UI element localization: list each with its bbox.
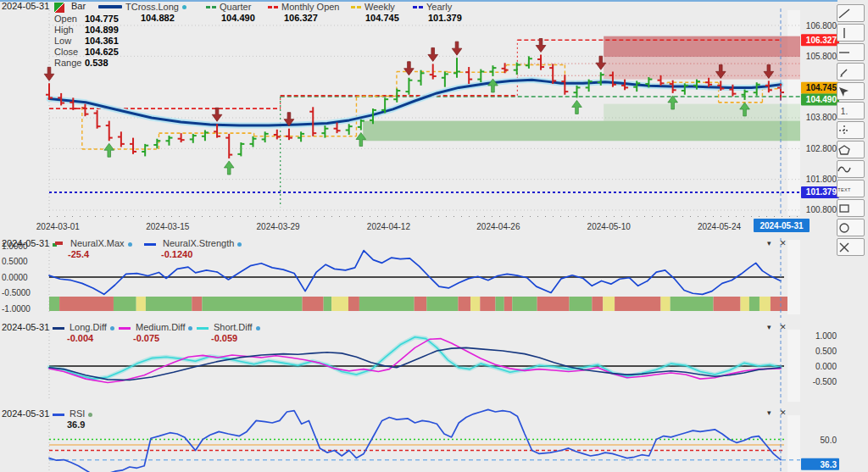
- legend-item-monthly-open[interactable]: Monthly Open106.327: [268, 1, 339, 23]
- neuralx-max-legend[interactable]: NeuralX.Max: [67, 238, 132, 248]
- medium-diff-label: Medium.Diff: [136, 322, 185, 332]
- neuralx-strength-legend[interactable]: NeuralX.Strength: [159, 238, 242, 248]
- trend-strip-segment: [146, 297, 192, 311]
- panel4-close-button[interactable]: ✕: [780, 408, 787, 417]
- medium-diff-icon: [119, 327, 131, 330]
- trading-chart-window: 106.800105.800103.800102.800101.800100.8…: [0, 0, 868, 472]
- y-axis-label: 105.800: [806, 52, 837, 61]
- trend-strip-segment: [426, 297, 458, 311]
- trend-strip-segment: [670, 297, 714, 311]
- y-axis-label: 0.0000: [2, 273, 28, 282]
- neuralx-max-icon: [53, 241, 63, 247]
- neuralx-panel-chart[interactable]: 1.00000.50000.0000-0.5000-1.0000: [0, 236, 868, 319]
- legend-item-label: Weekly: [364, 2, 395, 12]
- long-diff-legend[interactable]: Long.Diff: [66, 322, 114, 332]
- rectangle-icon: [837, 202, 852, 215]
- pencil-icon: [837, 65, 852, 79]
- medium-diff-value: -0.075: [133, 333, 159, 343]
- pencil-tip: [840, 75, 843, 77]
- glyph-stroke: [839, 9, 849, 18]
- vertical-line-tool-button[interactable]: [837, 24, 865, 42]
- legend-item-value: 104.745: [365, 13, 399, 23]
- sell-signal-arrow: [536, 39, 546, 53]
- legend-item-tcross-long[interactable]: TCross.Long104.882: [98, 1, 186, 23]
- bar-series-icon: [54, 3, 64, 13]
- y-axis-label: 102.800: [806, 144, 837, 153]
- rectangle-tool-button[interactable]: [837, 199, 865, 217]
- ruler-tool-button[interactable]: [837, 121, 865, 139]
- scroll-indicator[interactable]: [787, 330, 800, 402]
- buy-signal-arrow: [224, 161, 234, 175]
- polygon-icon: [837, 143, 852, 157]
- polygon-shape: [839, 146, 849, 154]
- legend-item-value: 104.490: [221, 13, 255, 23]
- panel2-close-button[interactable]: ✕: [780, 239, 787, 247]
- indicator-dot-icon[interactable]: [182, 5, 186, 9]
- rsi-legend[interactable]: RSI: [66, 408, 92, 419]
- short-diff-legend[interactable]: Short.Diff: [210, 322, 260, 332]
- rsi-panel-chart[interactable]: 50.036.3: [0, 407, 868, 472]
- ohlc-low-value: 104.361: [85, 36, 119, 46]
- bar-series-label[interactable]: Bar: [71, 1, 86, 11]
- panel3-collapse-button[interactable]: ▾: [767, 323, 771, 331]
- wave-tool-button[interactable]: [837, 160, 865, 178]
- trend-line-tool-button[interactable]: [837, 4, 865, 22]
- indicator-dot-icon[interactable]: [88, 413, 92, 417]
- ellipse-tool-button[interactable]: [837, 219, 865, 236]
- neuralx-max-value: -25.4: [68, 249, 89, 259]
- erase-tool-button[interactable]: [837, 238, 865, 256]
- scroll-indicator[interactable]: [787, 415, 800, 472]
- rsi-value: 36.9: [67, 419, 85, 430]
- pencil-tool-button[interactable]: [837, 63, 865, 81]
- y-axis-label: 50.0: [821, 436, 837, 445]
- ohlc-range-value: 0.538: [85, 58, 108, 68]
- trend-strip-segment: [303, 297, 324, 311]
- panel3-close-button[interactable]: ✕: [780, 323, 787, 331]
- legend-item-yearly[interactable]: Yearly101.379: [413, 1, 462, 23]
- cross-icon: [837, 241, 852, 254]
- scroll-indicator[interactable]: [787, 240, 800, 314]
- indicator-dot-icon[interactable]: [110, 326, 114, 330]
- ohlc-close-value: 104.625: [85, 47, 119, 57]
- sell-signal-arrow: [428, 47, 438, 61]
- trend-strip-segment: [331, 297, 348, 311]
- trend-strip-segment: [741, 297, 749, 311]
- panel2-collapse-button[interactable]: ▾: [767, 239, 771, 247]
- price-axis-tag-label: 104.490: [806, 95, 837, 104]
- trend-strip-segment: [49, 297, 59, 311]
- fibonacci-tool-button[interactable]: 1.: [837, 102, 865, 119]
- text-tool-button[interactable]: TEXT: [837, 180, 865, 197]
- sell-signal-arrow: [452, 42, 462, 55]
- number-one-icon: 1.: [837, 104, 852, 118]
- y-axis-label: 0.000: [815, 362, 837, 371]
- legend-item-quarter[interactable]: Quarter104.490: [206, 1, 255, 23]
- indicator-dot-icon[interactable]: [188, 326, 192, 330]
- region-tool-button[interactable]: [837, 141, 865, 158]
- trend-strip-segment: [603, 297, 615, 311]
- legend-item-label: Monthly Open: [281, 2, 339, 12]
- trend-strip-segment: [192, 297, 202, 311]
- y-axis-label: -0.500: [813, 377, 837, 386]
- indicator-dot-icon[interactable]: [256, 326, 260, 330]
- main-price-chart[interactable]: 106.800105.800103.800102.800101.800100.8…: [0, 0, 868, 235]
- rsi-value-tag-label: 36.3: [821, 460, 837, 469]
- text-glyph: TEXT: [837, 187, 851, 192]
- marker-tool-button[interactable]: [837, 82, 865, 100]
- diff-panel-chart[interactable]: 1.0000.5000.000-0.500: [0, 321, 868, 405]
- trend-strip-segment: [495, 297, 504, 311]
- legend-item-label: TCross.Long: [125, 2, 179, 12]
- horizontal-line-icon: [837, 46, 852, 59]
- medium-diff-legend[interactable]: Medium.Diff: [132, 322, 192, 332]
- indicator-dot-icon[interactable]: [128, 242, 132, 247]
- x-axis-label: 2024-03-29: [257, 222, 301, 231]
- horizontal-line-tool-button[interactable]: [837, 43, 865, 61]
- trend-strip-segment: [470, 297, 480, 311]
- y-axis-label: 0.500: [815, 347, 837, 356]
- trend-strip-segment: [537, 297, 570, 311]
- legend-item-weekly[interactable]: Weekly104.745: [351, 1, 399, 23]
- panel4-collapse-button[interactable]: ▾: [767, 408, 771, 417]
- wave-shape: [838, 167, 850, 172]
- indicator-dot-icon[interactable]: [237, 242, 242, 247]
- neuralx-strength-label: NeuralX.Strength: [163, 238, 234, 248]
- main-date-label: 2024-05-31: [2, 1, 49, 11]
